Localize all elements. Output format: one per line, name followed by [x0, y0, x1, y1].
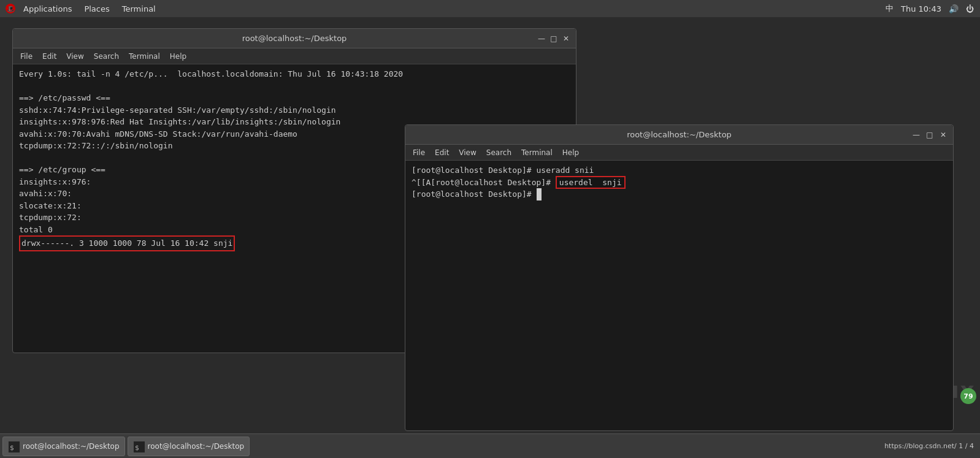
terminal2-content: [root@localhost Desktop]# useradd snii ^… — [405, 161, 953, 430]
terminal1-maximize-button[interactable]: □ — [549, 34, 559, 44]
terminal1-titlebar: root@localhost:~/Desktop — □ ✕ — [13, 29, 576, 48]
terminal2-titlebar: root@localhost:~/Desktop — □ ✕ — [405, 125, 953, 145]
terminal1-highlighted-line: drwx------. 3 1000 1000 78 Jul 16 10:42 … — [19, 235, 235, 251]
terminal2-menu-terminal[interactable]: Terminal — [518, 147, 556, 158]
applications-menu[interactable]: Applications — [18, 3, 77, 15]
terminal2-close-button[interactable]: ✕ — [938, 130, 948, 140]
terminal1-menu-view[interactable]: View — [63, 51, 87, 62]
terminal1-menubar: File Edit View Search Terminal Help — [13, 48, 576, 64]
terminal1-title: root@localhost:~/Desktop — [242, 34, 347, 43]
taskbar: $ root@localhost:~/Desktop $ root@localh… — [0, 433, 980, 458]
terminal2-text: [root@localhost Desktop]# useradd snii ^… — [412, 164, 947, 200]
help-circle-button[interactable]: 79 — [960, 388, 976, 404]
charset-indicator: 中 — [886, 3, 894, 14]
terminal1-minimize-button[interactable]: — — [537, 34, 546, 44]
terminal-menu[interactable]: Terminal — [117, 3, 161, 15]
topbar-right: 中 Thu 10:43 🔊 ⏻ — [886, 0, 974, 17]
taskbar-label-2: root@localhost:~/Desktop — [148, 442, 245, 451]
terminal2-title: root@localhost:~/Desktop — [627, 130, 732, 139]
taskbar-label-1: root@localhost:~/Desktop — [23, 442, 120, 451]
terminal2-minimize-button[interactable]: — — [911, 130, 921, 140]
places-menu[interactable]: Places — [79, 3, 114, 15]
top-menubar: 🎩 Applications Places Terminal 中 Thu 10:… — [0, 0, 980, 17]
clock: Thu 10:43 — [901, 4, 941, 13]
taskbar-icon-1: $ — [8, 441, 19, 452]
taskbar-item-1[interactable]: $ root@localhost:~/Desktop — [2, 437, 125, 456]
terminal2-menu-help[interactable]: Help — [559, 147, 583, 158]
terminal2-menubar: File Edit View Search Terminal Help — [405, 145, 953, 161]
taskbar-item-2[interactable]: $ root@localhost:~/Desktop — [128, 437, 250, 456]
taskbar-icon-2: $ — [133, 441, 144, 452]
taskbar-right-label: https://blog.csdn.net/ 1 / 4 — [884, 442, 974, 450]
volume-icon: 🔊 — [949, 4, 959, 13]
svg-text:🎩: 🎩 — [7, 5, 15, 13]
terminal2-maximize-button[interactable]: □ — [925, 130, 935, 140]
terminal1-menu-file[interactable]: File — [17, 51, 36, 62]
terminal2-menu-file[interactable]: File — [409, 147, 429, 158]
terminal2-menu-search[interactable]: Search — [483, 147, 515, 158]
desktop: root@localhost:~/Desktop — □ ✕ File Edit… — [0, 17, 980, 433]
redhat-logo-icon: 🎩 — [5, 3, 16, 14]
terminal1-menu-help[interactable]: Help — [166, 51, 190, 62]
svg-text:$: $ — [135, 444, 139, 452]
terminal2-menu-view[interactable]: View — [455, 147, 480, 158]
svg-text:$: $ — [10, 444, 14, 452]
terminal-window-2: root@localhost:~/Desktop — □ ✕ File Edit… — [405, 124, 954, 431]
terminal2-highlighted-cmd: userdel snji — [556, 176, 626, 189]
terminal2-menu-edit[interactable]: Edit — [431, 147, 453, 158]
terminal1-menu-search[interactable]: Search — [90, 51, 123, 62]
terminal1-close-button[interactable]: ✕ — [561, 34, 571, 44]
terminal1-menu-edit[interactable]: Edit — [39, 51, 60, 62]
power-icon[interactable]: ⏻ — [966, 4, 974, 13]
terminal1-menu-terminal[interactable]: Terminal — [125, 51, 164, 62]
